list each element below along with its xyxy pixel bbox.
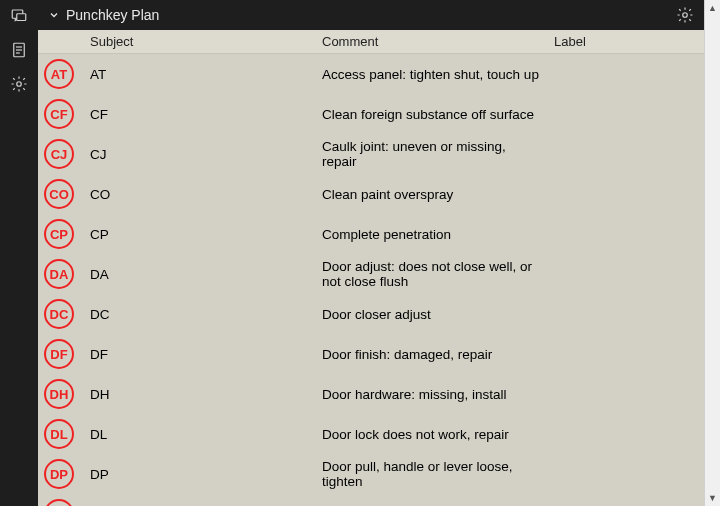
comment-cell: Door pull, handle or lever loose, tighte…	[316, 454, 548, 494]
subject-cell: DP	[84, 454, 316, 494]
pin-badge[interactable]: CO	[44, 179, 74, 209]
table-scroll[interactable]: Subject Comment Label ATATAccess panel: …	[38, 30, 704, 506]
table-row[interactable]: DFDFDoor finish: damaged, repair	[38, 334, 704, 374]
subject-cell: DH	[84, 374, 316, 414]
comment-cell: Clean foreign substance off surface	[316, 94, 548, 134]
svg-point-7	[683, 13, 688, 18]
svg-point-6	[17, 82, 22, 87]
label-cell	[548, 54, 704, 95]
table-row[interactable]: DSDSDoor stop missing, install	[38, 494, 704, 506]
pin-cell: DC	[38, 294, 84, 334]
pin-cell: CF	[38, 94, 84, 134]
table-row[interactable]: CFCFClean foreign substance off surface	[38, 94, 704, 134]
chevron-down-icon[interactable]	[48, 9, 60, 21]
pin-cell: DF	[38, 334, 84, 374]
content-area: Subject Comment Label ATATAccess panel: …	[38, 30, 704, 506]
pin-badge[interactable]: AT	[44, 59, 74, 89]
window-scrollbar[interactable]: ▲ ▼	[704, 0, 720, 506]
chat-icon[interactable]	[9, 6, 29, 26]
scroll-down-icon[interactable]: ▼	[705, 490, 720, 506]
label-cell	[548, 374, 704, 414]
label-cell	[548, 214, 704, 254]
label-cell	[548, 334, 704, 374]
subject-cell: DA	[84, 254, 316, 294]
comment-cell: Door stop missing, install	[316, 494, 548, 506]
pin-cell: DH	[38, 374, 84, 414]
pin-badge[interactable]: DA	[44, 259, 74, 289]
label-cell	[548, 174, 704, 214]
subject-cell: CF	[84, 94, 316, 134]
comment-cell: Door finish: damaged, repair	[316, 334, 548, 374]
label-cell	[548, 414, 704, 454]
table-row[interactable]: DLDLDoor lock does not work, repair	[38, 414, 704, 454]
table-row[interactable]: DCDCDoor closer adjust	[38, 294, 704, 334]
pin-badge[interactable]: DP	[44, 459, 74, 489]
table-row[interactable]: DPDPDoor pull, handle or lever loose, ti…	[38, 454, 704, 494]
label-cell	[548, 494, 704, 506]
label-cell	[548, 454, 704, 494]
gear-icon[interactable]	[9, 74, 29, 94]
pin-cell: CP	[38, 214, 84, 254]
subject-cell: CP	[84, 214, 316, 254]
comment-cell: Door hardware: missing, install	[316, 374, 548, 414]
punchkey-table: Subject Comment Label ATATAccess panel: …	[38, 30, 704, 506]
pin-badge[interactable]: DS	[44, 499, 74, 506]
pin-badge[interactable]: CP	[44, 219, 74, 249]
comment-cell: Door adjust: does not close well, or not…	[316, 254, 548, 294]
table-row[interactable]: COCOClean paint overspray	[38, 174, 704, 214]
subject-cell: CJ	[84, 134, 316, 174]
table-row[interactable]: DHDHDoor hardware: missing, install	[38, 374, 704, 414]
table-row[interactable]: CPCPComplete penetration	[38, 214, 704, 254]
main-panel: Punchkey Plan Subject Comment Label ATAT…	[38, 0, 704, 506]
table-row[interactable]: ATATAccess panel: tighten shut, touch up	[38, 54, 704, 95]
pin-badge[interactable]: DH	[44, 379, 74, 409]
left-rail	[0, 0, 38, 506]
label-cell	[548, 294, 704, 334]
panel-title: Punchkey Plan	[66, 7, 159, 23]
pin-badge[interactable]: DC	[44, 299, 74, 329]
scroll-up-icon[interactable]: ▲	[705, 0, 720, 16]
document-icon[interactable]	[9, 40, 29, 60]
subject-cell: AT	[84, 54, 316, 95]
comment-cell: Door closer adjust	[316, 294, 548, 334]
comment-cell: Door lock does not work, repair	[316, 414, 548, 454]
pin-badge[interactable]: DL	[44, 419, 74, 449]
table-row[interactable]: CJCJCaulk joint: uneven or missing, repa…	[38, 134, 704, 174]
svg-rect-1	[17, 14, 26, 21]
pin-cell: CO	[38, 174, 84, 214]
pin-cell: AT	[38, 54, 84, 95]
pin-cell: DS	[38, 494, 84, 506]
comment-cell: Clean paint overspray	[316, 174, 548, 214]
pin-badge[interactable]: DF	[44, 339, 74, 369]
subject-cell: DC	[84, 294, 316, 334]
column-header-comment[interactable]: Comment	[316, 30, 548, 54]
pin-cell: CJ	[38, 134, 84, 174]
pin-cell: DP	[38, 454, 84, 494]
panel-settings-gear-icon[interactable]	[676, 6, 694, 24]
label-cell	[548, 94, 704, 134]
pin-badge[interactable]: CF	[44, 99, 74, 129]
label-cell	[548, 134, 704, 174]
panel-header: Punchkey Plan	[38, 0, 704, 30]
scroll-track[interactable]	[705, 16, 720, 490]
comment-cell: Complete penetration	[316, 214, 548, 254]
comment-cell: Access panel: tighten shut, touch up	[316, 54, 548, 95]
subject-cell: DS	[84, 494, 316, 506]
label-cell	[548, 254, 704, 294]
pin-cell: DL	[38, 414, 84, 454]
comment-cell: Caulk joint: uneven or missing, repair	[316, 134, 548, 174]
subject-cell: DF	[84, 334, 316, 374]
table-row[interactable]: DADADoor adjust: does not close well, or…	[38, 254, 704, 294]
column-header-pin[interactable]	[38, 30, 84, 54]
column-header-label[interactable]: Label	[548, 30, 704, 54]
pin-badge[interactable]: CJ	[44, 139, 74, 169]
pin-cell: DA	[38, 254, 84, 294]
subject-cell: DL	[84, 414, 316, 454]
column-header-subject[interactable]: Subject	[84, 30, 316, 54]
subject-cell: CO	[84, 174, 316, 214]
